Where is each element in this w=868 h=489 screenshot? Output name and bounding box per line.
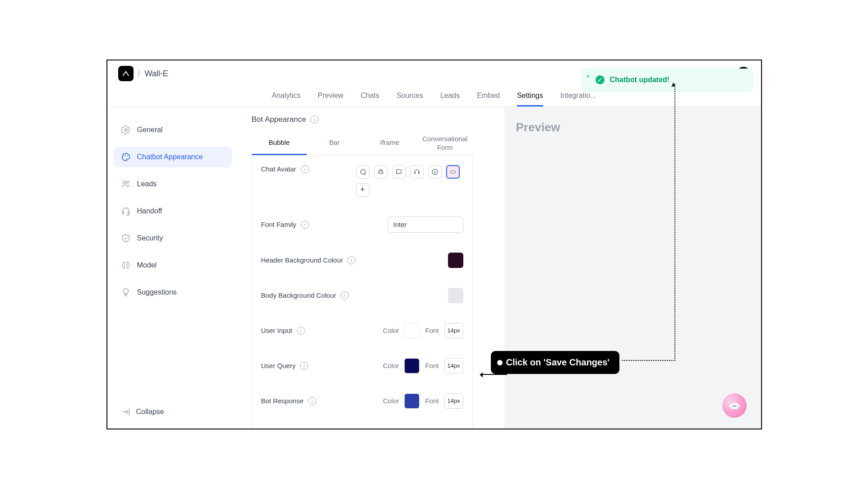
section-title: Bot Appearance i xyxy=(252,115,491,124)
info-icon[interactable]: i xyxy=(308,397,316,405)
avatar-option-custom[interactable] xyxy=(446,165,460,179)
sidebar-item-suggestions[interactable]: Suggestions xyxy=(114,282,232,303)
bot-name[interactable]: Wall-E xyxy=(145,69,168,78)
svg-rect-18 xyxy=(450,171,451,172)
sidebar-item-security[interactable]: Security xyxy=(114,228,232,249)
lightbulb-icon xyxy=(121,287,131,297)
nav-chats[interactable]: Chats xyxy=(360,92,379,106)
label-font: Font xyxy=(425,397,439,405)
user-query-color-swatch[interactable] xyxy=(404,358,420,374)
label-user-query: User Query xyxy=(261,362,296,369)
avatar-add[interactable]: + xyxy=(356,183,369,197)
preview-pane: Preview xyxy=(504,107,761,429)
sidebar-item-label: Suggestions xyxy=(137,288,177,296)
nav-integrations[interactable]: Integratio... xyxy=(560,92,596,106)
label-color: Color xyxy=(383,397,399,405)
subtab-iframe[interactable]: Iframe xyxy=(362,133,418,155)
app-logo[interactable] xyxy=(118,66,134,81)
svg-rect-12 xyxy=(414,172,415,173)
svg-rect-24 xyxy=(739,405,740,407)
dotted-connector xyxy=(674,84,675,361)
callout-text: Click on 'Save Changes' xyxy=(506,357,610,368)
tutorial-callout: Click on 'Save Changes' xyxy=(491,351,620,374)
svg-point-9 xyxy=(379,171,380,172)
check-icon: ✓ xyxy=(596,75,605,84)
info-icon[interactable]: i xyxy=(301,221,309,229)
avatar-option-info[interactable] xyxy=(428,165,442,179)
label-user-input: User Input xyxy=(261,327,292,334)
nav-settings[interactable]: Settings xyxy=(517,92,543,106)
nav-preview[interactable]: Preview xyxy=(318,92,343,106)
avatar-option-chat[interactable] xyxy=(356,165,369,179)
sidebar-item-handoff[interactable]: Handoff xyxy=(114,201,232,221)
collapse-label: Collapse xyxy=(136,408,164,416)
avatar-option-square[interactable] xyxy=(392,165,406,179)
info-icon[interactable]: i xyxy=(310,115,319,124)
sidebar-item-appearance[interactable]: Chatbot Appearance xyxy=(114,147,232,167)
sidebar-item-label: General xyxy=(137,126,163,134)
sidebar-collapse[interactable]: Collapse xyxy=(114,401,232,422)
bot-response-font-select[interactable]: 14px xyxy=(444,393,463,409)
label-color: Color xyxy=(383,327,399,334)
arrow-up-icon: ▲ xyxy=(670,80,677,88)
label-bot-response: Bot Response xyxy=(261,397,304,405)
user-input-font-select[interactable]: 14px xyxy=(444,323,463,338)
toast-success: × ✓ Chatbot updated! xyxy=(582,69,753,91)
svg-rect-19 xyxy=(455,171,456,172)
sidebar-item-model[interactable]: Model xyxy=(114,255,232,276)
sidebar-item-general[interactable]: General xyxy=(114,120,232,140)
gear-icon xyxy=(121,125,131,135)
subtab-bubble[interactable]: Bubble xyxy=(252,133,307,155)
svg-rect-11 xyxy=(396,170,401,173)
bot-response-color-swatch[interactable] xyxy=(404,393,420,409)
subtab-conversational-form[interactable]: ConversationalForm xyxy=(417,133,473,155)
svg-point-2 xyxy=(125,154,125,155)
svg-point-16 xyxy=(452,171,452,172)
nav-embed[interactable]: Embed xyxy=(477,92,500,106)
collapse-icon xyxy=(121,407,131,417)
headset-icon xyxy=(121,206,131,216)
brain-icon xyxy=(121,260,131,270)
svg-rect-26 xyxy=(734,402,735,404)
avatar-option-robot[interactable] xyxy=(374,165,388,179)
toast-close-icon[interactable]: × xyxy=(586,73,590,80)
svg-rect-20 xyxy=(730,403,739,409)
preview-title: Preview xyxy=(516,120,749,134)
svg-rect-13 xyxy=(418,172,419,173)
info-icon[interactable]: i xyxy=(347,256,356,264)
label-font-family: Font Family xyxy=(261,221,296,228)
user-query-font-select[interactable]: 14px xyxy=(444,358,463,374)
label-body-bg: Body Background Colour xyxy=(261,291,337,299)
label-header-bg: Header Background Colour xyxy=(261,256,343,264)
font-family-select[interactable]: Inter xyxy=(388,217,463,233)
svg-point-4 xyxy=(123,181,126,184)
sidebar-item-label: Security xyxy=(137,234,163,242)
svg-point-22 xyxy=(734,405,736,407)
avatar-option-headset[interactable] xyxy=(410,165,424,179)
section-title-text: Bot Appearance xyxy=(252,115,306,124)
info-icon[interactable]: i xyxy=(301,165,309,173)
subtab-bar[interactable]: Bar xyxy=(307,133,362,155)
info-icon[interactable]: i xyxy=(297,327,305,335)
info-icon[interactable]: i xyxy=(300,362,308,370)
body-bg-swatch[interactable] xyxy=(448,288,463,303)
user-input-color-swatch[interactable] xyxy=(404,323,420,338)
svg-point-3 xyxy=(127,155,128,156)
svg-point-17 xyxy=(453,171,454,172)
nav-leads[interactable]: Leads xyxy=(440,92,460,106)
palette-icon xyxy=(121,152,131,162)
svg-rect-7 xyxy=(128,212,129,214)
label-font: Font xyxy=(425,362,439,369)
dotted-connector xyxy=(622,360,675,361)
users-icon xyxy=(121,179,131,189)
svg-rect-23 xyxy=(729,405,730,407)
callout-arrowhead xyxy=(477,374,509,375)
chat-bubble-fab[interactable] xyxy=(722,393,747,418)
info-icon[interactable]: i xyxy=(341,291,349,300)
nav-sources[interactable]: Sources xyxy=(397,92,423,106)
appearance-subtabs: Bubble Bar Iframe ConversationalForm xyxy=(252,133,473,155)
nav-analytics[interactable]: Analytics xyxy=(272,92,300,106)
header-bg-swatch[interactable] xyxy=(448,253,463,268)
settings-content: Bot Appearance i Bubble Bar Iframe Conve… xyxy=(238,107,491,429)
sidebar-item-leads[interactable]: Leads xyxy=(114,174,232,194)
